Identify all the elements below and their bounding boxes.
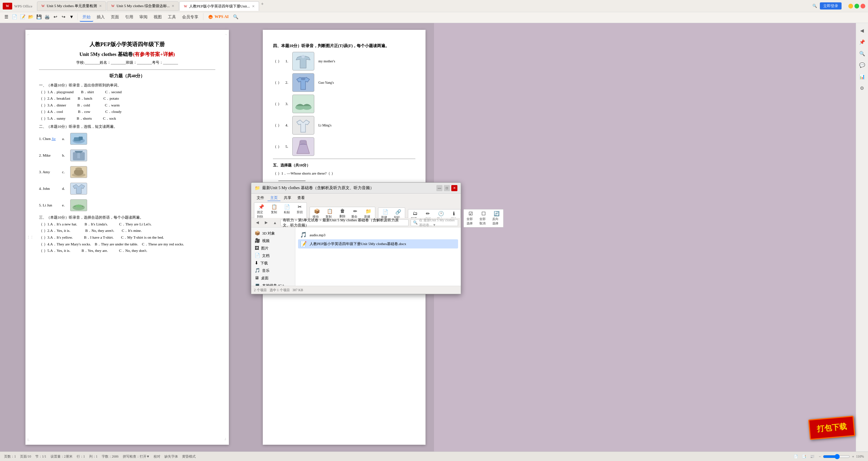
dialog-maximize[interactable]: □	[444, 185, 450, 191]
ribbon-view[interactable]: 视图	[151, 13, 164, 22]
3d-icon: 📦	[255, 230, 260, 236]
docx-file-icon: 📝	[300, 241, 307, 247]
dialog-close[interactable]: ✕	[451, 185, 457, 191]
audio-filename: audio.mp3	[310, 233, 326, 237]
sidebar-c-drive[interactable]: 💻 本地磁盘 (C:)	[251, 282, 295, 286]
tab-3-close[interactable]: ✕	[252, 4, 255, 8]
sidebar-desktop[interactable]: 🖥 桌面	[251, 274, 295, 282]
hamburger-menu[interactable]: ☰	[3, 13, 10, 21]
q1-2: （ ）2.A．breakfast B．lunch C．potato	[39, 96, 215, 102]
search-icon: 🔍	[413, 220, 418, 225]
dialog-tab-file[interactable]: 文件	[254, 195, 267, 201]
add-tab-button[interactable]: +	[261, 1, 264, 11]
search-icon[interactable]: 🔍	[812, 4, 817, 8]
documents-icon: 📄	[255, 253, 260, 258]
nav-up[interactable]: ▲	[272, 219, 278, 226]
q3-4: （ ）4.A．They are Mary's socks. B．They are…	[39, 241, 215, 247]
dialog-tab-share[interactable]: 共享	[281, 195, 294, 201]
svg-point-10	[75, 167, 82, 170]
ribbon-sep-2	[203, 13, 203, 20]
save-icon[interactable]: 💾	[35, 13, 43, 21]
ribbon-ref[interactable]: 引用	[122, 13, 136, 22]
zoom-in-btn[interactable]: ＋	[851, 454, 855, 459]
layout-icon-3[interactable]: 📰	[810, 455, 814, 458]
sidebar-downloads[interactable]: ⬇ 下载	[251, 259, 295, 267]
file-menu[interactable]: 📄	[11, 13, 18, 21]
close-button[interactable]	[861, 4, 865, 8]
sidebar-documents[interactable]: 📄 文档	[251, 252, 295, 259]
signin-button[interactable]: 立即登录	[820, 2, 842, 9]
print-icon[interactable]: 🖨️	[43, 13, 51, 21]
file-docx[interactable]: 📝 人教PEP版小学英语四年级下册Unit 5My clothes基础卷.doc…	[298, 239, 458, 248]
sidebar-videos[interactable]: 🎥 视频	[251, 237, 295, 244]
rs-tool-5[interactable]: ⚙	[857, 83, 867, 93]
layout-icon-1[interactable]: 📄	[794, 455, 798, 458]
status-spell[interactable]: 拼写检查：打开▼	[123, 454, 150, 459]
rs-tool-2[interactable]: 🔍	[857, 49, 867, 58]
ribbon-insert[interactable]: 插入	[94, 13, 107, 22]
ribbon-wps-ai[interactable]: AI WPS AI	[205, 13, 231, 22]
tab-1-close[interactable]: ✕	[99, 4, 102, 8]
rs-tool-3[interactable]: 💬	[857, 60, 867, 70]
nav-forward[interactable]: ▶	[263, 219, 270, 226]
rs-tool-4[interactable]: 📊	[857, 72, 867, 81]
properties-icon: ℹ	[453, 211, 455, 217]
zoom-slider[interactable]	[823, 454, 850, 459]
search-ribbon-icon[interactable]: 🔍	[232, 13, 239, 21]
tab-2[interactable]: W Unit 5 My clothes 综合量级达标... ✕	[107, 1, 179, 11]
new-icon[interactable]: 📝	[19, 13, 26, 21]
nav-search[interactable]: 🔍 在 最新Unit 5 My clothes 基础卷... ▼	[411, 219, 458, 226]
match-img-3	[70, 166, 87, 178]
minimize-button[interactable]	[848, 4, 853, 8]
rs-expand[interactable]: ◀	[857, 26, 867, 35]
status-proofread[interactable]: 校对	[154, 454, 160, 459]
rs-tool-1[interactable]: 📌	[857, 37, 867, 47]
select-all-btn[interactable]: ☑ 全部选择	[465, 210, 477, 226]
new-folder-icon: 📁	[366, 208, 371, 214]
redo-icon[interactable]: ↪	[60, 13, 67, 21]
s4-img-1	[292, 52, 314, 71]
file-audio[interactable]: 🎵 audio.mp3	[298, 230, 458, 239]
folder-icon: 📁	[255, 185, 260, 191]
sidebar-3d-objects[interactable]: 📦 3D 对象	[251, 229, 295, 237]
invert-icon: 🔄	[494, 211, 499, 217]
nav-path[interactable]: 有听力 > 第5单元试卷 > 最新Unit 5 My clothes 基础卷（含…	[280, 219, 409, 226]
ribbon-tools[interactable]: 工具	[165, 13, 179, 22]
deselect-btn[interactable]: ☐ 全部取消	[477, 210, 490, 226]
zoom-level: 110%	[856, 455, 864, 458]
s4-item-2: （ ） 2. Guo Yang's	[273, 73, 415, 92]
download-badge[interactable]: 打包下载	[808, 416, 855, 440]
file-dialog: 📁 最新Unit 5 My clothes 基础卷（含解析及听力原文、听力音频）…	[251, 182, 461, 294]
invert-btn[interactable]: 🔄 反向选择	[490, 210, 502, 226]
sidebar-pictures[interactable]: 🖼 图片	[251, 244, 295, 252]
status-mode[interactable]: 黄昏模式	[182, 454, 196, 459]
sidebar-music[interactable]: 🎵 音乐	[251, 267, 295, 274]
drag-handle[interactable]: ⋮⋮	[27, 235, 34, 240]
dialog-tab-view[interactable]: 查看	[295, 195, 308, 201]
layout-icon-2[interactable]: 📑	[802, 455, 806, 458]
status-section: 节：1/1	[35, 454, 46, 459]
maximize-button[interactable]	[854, 4, 859, 8]
dialog-minimize[interactable]: —	[436, 185, 442, 191]
tab-3[interactable]: W 人教PEP版小学英语四年级下册Unit... ✕	[179, 1, 259, 11]
ribbon-review[interactable]: 审阅	[137, 13, 150, 22]
ribbon-page[interactable]: 页面	[108, 13, 122, 22]
left-doc-panel: ⋮⋮ ⌐ ¬ L ┘ 人教PEP版小学英语四年级下册 Unit 5My clot…	[0, 23, 254, 452]
ribbon-home[interactable]: 开始	[80, 13, 93, 22]
open-icon[interactable]: 📂	[27, 13, 35, 21]
music-icon: 🎵	[255, 268, 260, 273]
dialog-tab-home[interactable]: 主页	[268, 195, 280, 201]
q1-5: （ ）5.A．sunny B．shorts C．sock	[39, 116, 215, 122]
zoom-out-btn[interactable]: －	[818, 454, 822, 459]
undo-icon[interactable]: ↩	[52, 13, 59, 21]
copyto-icon: 📋	[327, 208, 333, 214]
status-right: 📄 📑 📰 － ＋ 110%	[794, 454, 864, 459]
sub2-label: 二、（本题10分）听录音，连线，短文读两遍。	[39, 124, 215, 130]
nav-back[interactable]: ◀	[254, 219, 261, 226]
delete-icon: 🗑	[340, 208, 345, 214]
tab-1[interactable]: W Unit 5 My clothes 单元质量检测 ✕	[37, 1, 106, 11]
ribbon-vip[interactable]: 会员专享	[179, 13, 201, 22]
tab-2-close[interactable]: ✕	[172, 4, 174, 8]
file-count: 2 个项目	[254, 288, 267, 293]
more-icon[interactable]: ▼	[68, 13, 75, 21]
